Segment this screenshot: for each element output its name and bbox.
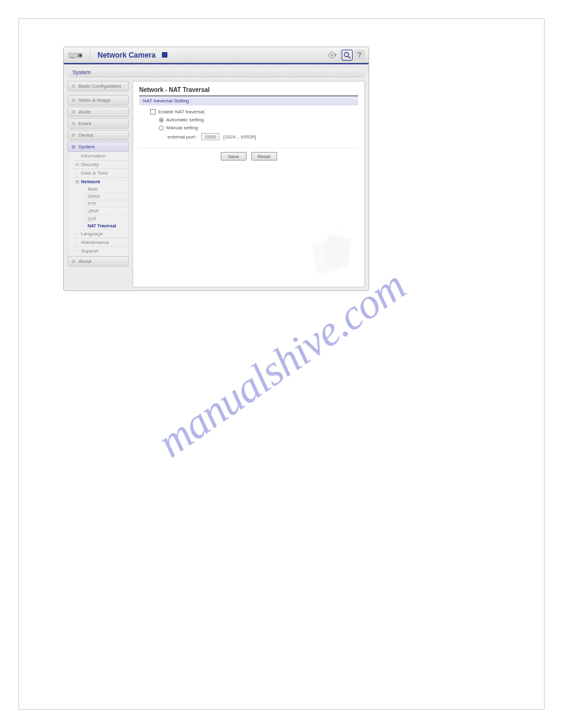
subsub-qos[interactable]: ·QoS xyxy=(83,215,128,222)
main-panel: Network - NAT Traversal NAT traversal Se… xyxy=(132,81,365,287)
sidebar-item-audio[interactable]: ⊞Audio xyxy=(67,107,129,117)
svg-point-6 xyxy=(345,52,349,56)
subsub-basic[interactable]: ·Basic xyxy=(83,186,128,193)
subitem-network[interactable]: ⊟Network xyxy=(74,178,128,186)
panel-subheader: NAT traversal Setting xyxy=(139,96,358,105)
svg-point-11 xyxy=(339,231,343,235)
port-hint: [1024... 65535] xyxy=(223,134,256,140)
network-subtree: ·Basic ·DDNS ·RTP ·UPnP ·QoS ·NAT Traver… xyxy=(74,186,128,230)
svg-point-5 xyxy=(331,54,333,56)
app-title: Network Camera xyxy=(98,51,156,59)
manual-label: Manual setting xyxy=(166,125,198,131)
manual-radio[interactable] xyxy=(159,126,164,131)
minus-icon: ⊟ xyxy=(75,180,79,184)
title-badge-icon xyxy=(162,52,167,58)
sidebar-item-system[interactable]: ⊟System xyxy=(67,142,129,152)
titlebar: Network Camera ? xyxy=(64,47,369,63)
subitem-security[interactable]: ⊞Security xyxy=(74,161,128,169)
enable-nat-label: Enable NAT traversal xyxy=(158,109,204,115)
svg-rect-9 xyxy=(323,235,352,268)
minus-icon: ⊟ xyxy=(72,145,76,150)
subsub-upnp[interactable]: ·UPnP xyxy=(83,208,128,215)
toolbar-divider xyxy=(340,50,340,60)
subsub-rtp[interactable]: ·RTP xyxy=(83,200,128,208)
svg-line-7 xyxy=(348,56,350,58)
port-label: external port : xyxy=(167,134,197,140)
sidebar-item-device[interactable]: ⊞Device xyxy=(67,130,129,140)
sidebar-item-event[interactable]: ⊞Event xyxy=(67,118,129,129)
enable-nat-checkbox[interactable] xyxy=(150,109,156,115)
sidebar-item-video-image[interactable]: ⊞Video & Image xyxy=(67,95,129,105)
subsub-nat-traversal[interactable]: ·NAT Traversal xyxy=(83,222,128,230)
sidebar-item-about[interactable]: ⊞About xyxy=(67,256,129,267)
subitem-information[interactable]: ·Information xyxy=(74,152,128,161)
help-icon[interactable]: ? xyxy=(354,50,365,61)
camera-icon xyxy=(67,50,83,61)
automatic-radio[interactable] xyxy=(159,118,164,123)
blue-divider xyxy=(64,63,369,64)
subitem-support[interactable]: ·Support xyxy=(74,247,128,255)
subsub-ddns[interactable]: ·DDNS xyxy=(83,193,128,200)
subitem-language[interactable]: ·Language xyxy=(74,230,128,238)
svg-rect-0 xyxy=(69,53,79,58)
svg-rect-3 xyxy=(70,57,74,58)
svg-point-2 xyxy=(80,54,82,56)
search-icon[interactable] xyxy=(342,50,353,61)
panel-title: Network - NAT Traversal xyxy=(139,86,358,96)
save-button[interactable]: Save xyxy=(221,152,247,161)
background-decoration xyxy=(303,226,358,281)
watermark: manualshive.com xyxy=(148,261,414,468)
subitem-date-time[interactable]: ·Date & Time xyxy=(74,169,128,178)
title-divider xyxy=(90,50,90,61)
disc-icon[interactable] xyxy=(326,49,339,61)
sidebar-item-basic-configuration[interactable]: ⊞Basic Configuration xyxy=(67,81,129,91)
reset-button[interactable]: Reset xyxy=(251,152,277,161)
breadcrumb: System xyxy=(67,67,365,77)
app-window: Network Camera ? System xyxy=(63,47,369,291)
automatic-label: Automatic setting xyxy=(166,117,204,123)
subitem-maintenance[interactable]: ·Maintenance xyxy=(74,238,128,247)
form-divider xyxy=(139,148,358,148)
system-subtree: ·Information ⊞Security ·Date & Time ⊟Net… xyxy=(67,152,129,255)
external-port-input[interactable] xyxy=(201,133,220,140)
sidebar: ⊞Basic Configuration ⊞Video & Image ⊞Aud… xyxy=(67,81,129,287)
breadcrumb-text: System xyxy=(72,69,91,75)
